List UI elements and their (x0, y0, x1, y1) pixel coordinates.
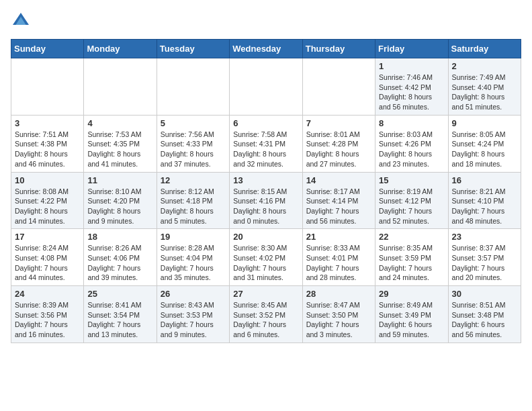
day-info: Sunrise: 8:39 AM Sunset: 3:56 PM Dayligh… (15, 300, 80, 340)
day-number: 9 (452, 118, 517, 128)
day-header-friday: Friday (375, 40, 448, 58)
day-info: Sunrise: 7:49 AM Sunset: 4:40 PM Dayligh… (452, 73, 517, 112)
calendar-week-row: 10Sunrise: 8:08 AM Sunset: 4:22 PM Dayli… (11, 172, 521, 229)
day-header-tuesday: Tuesday (157, 40, 229, 58)
day-header-monday: Monday (84, 40, 157, 58)
calendar-cell: 15Sunrise: 8:19 AM Sunset: 4:12 PM Dayli… (375, 172, 448, 229)
day-number: 10 (15, 175, 80, 185)
day-info: Sunrise: 7:58 AM Sunset: 4:31 PM Dayligh… (233, 130, 298, 169)
day-info: Sunrise: 8:35 AM Sunset: 3:59 PM Dayligh… (379, 243, 444, 283)
calendar-cell: 12Sunrise: 8:12 AM Sunset: 4:18 PM Dayli… (157, 172, 229, 229)
day-number: 20 (233, 232, 298, 242)
calendar-cell: 28Sunrise: 8:47 AM Sunset: 3:50 PM Dayli… (302, 286, 375, 343)
day-info: Sunrise: 8:33 AM Sunset: 4:01 PM Dayligh… (306, 243, 371, 283)
day-info: Sunrise: 8:47 AM Sunset: 3:50 PM Dayligh… (306, 300, 371, 340)
day-number: 25 (87, 289, 152, 299)
day-number: 29 (379, 289, 444, 299)
calendar-cell (157, 58, 229, 116)
calendar-cell: 13Sunrise: 8:15 AM Sunset: 4:16 PM Dayli… (230, 172, 302, 229)
day-number: 21 (306, 232, 371, 242)
day-info: Sunrise: 8:45 AM Sunset: 3:52 PM Dayligh… (233, 300, 298, 340)
calendar-cell: 11Sunrise: 8:10 AM Sunset: 4:20 PM Dayli… (84, 172, 157, 229)
day-info: Sunrise: 8:49 AM Sunset: 3:49 PM Dayligh… (379, 300, 444, 340)
calendar-cell: 25Sunrise: 8:41 AM Sunset: 3:54 PM Dayli… (84, 286, 157, 343)
day-number: 30 (452, 289, 517, 299)
day-header-wednesday: Wednesday (230, 40, 302, 58)
day-info: Sunrise: 8:28 AM Sunset: 4:04 PM Dayligh… (161, 243, 226, 283)
day-info: Sunrise: 8:12 AM Sunset: 4:18 PM Dayligh… (161, 187, 226, 226)
calendar-cell: 18Sunrise: 8:26 AM Sunset: 4:06 PM Dayli… (84, 229, 157, 286)
calendar-cell: 1Sunrise: 7:46 AM Sunset: 4:42 PM Daylig… (375, 58, 448, 116)
calendar-cell: 9Sunrise: 8:05 AM Sunset: 4:24 PM Daylig… (448, 115, 521, 172)
calendar-cell: 20Sunrise: 8:30 AM Sunset: 4:02 PM Dayli… (230, 229, 302, 286)
calendar-cell: 19Sunrise: 8:28 AM Sunset: 4:04 PM Dayli… (157, 229, 229, 286)
day-number: 5 (161, 118, 226, 128)
calendar-cell (11, 58, 84, 116)
calendar-cell: 24Sunrise: 8:39 AM Sunset: 3:56 PM Dayli… (11, 286, 84, 343)
day-info: Sunrise: 8:41 AM Sunset: 3:54 PM Dayligh… (87, 300, 152, 340)
day-number: 15 (379, 175, 444, 185)
calendar: SundayMondayTuesdayWednesdayThursdayFrid… (11, 39, 521, 343)
day-info: Sunrise: 8:01 AM Sunset: 4:28 PM Dayligh… (306, 130, 371, 169)
calendar-week-row: 3Sunrise: 7:51 AM Sunset: 4:38 PM Daylig… (11, 115, 521, 172)
calendar-cell (302, 58, 375, 116)
calendar-cell: 16Sunrise: 8:21 AM Sunset: 4:10 PM Dayli… (448, 172, 521, 229)
day-number: 4 (87, 118, 152, 128)
day-info: Sunrise: 7:46 AM Sunset: 4:42 PM Dayligh… (379, 73, 444, 112)
day-header-saturday: Saturday (448, 40, 521, 58)
day-number: 6 (233, 118, 298, 128)
day-number: 7 (306, 118, 371, 128)
day-info: Sunrise: 8:05 AM Sunset: 4:24 PM Dayligh… (452, 130, 517, 169)
day-header-sunday: Sunday (11, 40, 84, 58)
day-info: Sunrise: 8:37 AM Sunset: 3:57 PM Dayligh… (452, 243, 517, 283)
calendar-cell: 29Sunrise: 8:49 AM Sunset: 3:49 PM Dayli… (375, 286, 448, 343)
calendar-cell: 30Sunrise: 8:51 AM Sunset: 3:48 PM Dayli… (448, 286, 521, 343)
day-info: Sunrise: 8:21 AM Sunset: 4:10 PM Dayligh… (452, 187, 517, 226)
calendar-week-row: 24Sunrise: 8:39 AM Sunset: 3:56 PM Dayli… (11, 286, 521, 343)
calendar-cell: 4Sunrise: 7:53 AM Sunset: 4:35 PM Daylig… (84, 115, 157, 172)
day-info: Sunrise: 8:19 AM Sunset: 4:12 PM Dayligh… (379, 187, 444, 226)
day-info: Sunrise: 8:10 AM Sunset: 4:20 PM Dayligh… (87, 187, 152, 226)
day-info: Sunrise: 7:51 AM Sunset: 4:38 PM Dayligh… (15, 130, 80, 169)
day-number: 23 (452, 232, 517, 242)
day-number: 16 (452, 175, 517, 185)
calendar-cell: 6Sunrise: 7:58 AM Sunset: 4:31 PM Daylig… (230, 115, 302, 172)
calendar-cell: 2Sunrise: 7:49 AM Sunset: 4:40 PM Daylig… (448, 58, 521, 116)
calendar-cell: 17Sunrise: 8:24 AM Sunset: 4:08 PM Dayli… (11, 229, 84, 286)
logo-icon (11, 11, 31, 31)
calendar-cell: 21Sunrise: 8:33 AM Sunset: 4:01 PM Dayli… (302, 229, 375, 286)
day-info: Sunrise: 8:03 AM Sunset: 4:26 PM Dayligh… (379, 130, 444, 169)
day-number: 27 (233, 289, 298, 299)
day-number: 3 (15, 118, 80, 128)
calendar-cell: 8Sunrise: 8:03 AM Sunset: 4:26 PM Daylig… (375, 115, 448, 172)
day-number: 11 (87, 175, 152, 185)
day-info: Sunrise: 7:56 AM Sunset: 4:33 PM Dayligh… (161, 130, 226, 169)
day-info: Sunrise: 8:08 AM Sunset: 4:22 PM Dayligh… (15, 187, 80, 226)
day-number: 19 (161, 232, 226, 242)
day-info: Sunrise: 8:26 AM Sunset: 4:06 PM Dayligh… (87, 243, 152, 283)
day-number: 28 (306, 289, 371, 299)
calendar-cell: 5Sunrise: 7:56 AM Sunset: 4:33 PM Daylig… (157, 115, 229, 172)
logo (11, 11, 34, 31)
day-number: 13 (233, 175, 298, 185)
day-number: 17 (15, 232, 80, 242)
calendar-cell: 26Sunrise: 8:43 AM Sunset: 3:53 PM Dayli… (157, 286, 229, 343)
calendar-cell (230, 58, 302, 116)
day-number: 22 (379, 232, 444, 242)
calendar-cell: 22Sunrise: 8:35 AM Sunset: 3:59 PM Dayli… (375, 229, 448, 286)
day-info: Sunrise: 8:24 AM Sunset: 4:08 PM Dayligh… (15, 243, 80, 283)
calendar-cell: 10Sunrise: 8:08 AM Sunset: 4:22 PM Dayli… (11, 172, 84, 229)
day-info: Sunrise: 8:43 AM Sunset: 3:53 PM Dayligh… (161, 300, 226, 340)
day-number: 12 (161, 175, 226, 185)
header (11, 11, 521, 31)
calendar-cell: 27Sunrise: 8:45 AM Sunset: 3:52 PM Dayli… (230, 286, 302, 343)
calendar-cell: 3Sunrise: 7:51 AM Sunset: 4:38 PM Daylig… (11, 115, 84, 172)
calendar-cell: 7Sunrise: 8:01 AM Sunset: 4:28 PM Daylig… (302, 115, 375, 172)
calendar-week-row: 1Sunrise: 7:46 AM Sunset: 4:42 PM Daylig… (11, 58, 521, 116)
calendar-week-row: 17Sunrise: 8:24 AM Sunset: 4:08 PM Dayli… (11, 229, 521, 286)
calendar-cell: 23Sunrise: 8:37 AM Sunset: 3:57 PM Dayli… (448, 229, 521, 286)
day-info: Sunrise: 8:15 AM Sunset: 4:16 PM Dayligh… (233, 187, 298, 226)
day-number: 24 (15, 289, 80, 299)
day-number: 14 (306, 175, 371, 185)
day-number: 2 (452, 61, 517, 71)
